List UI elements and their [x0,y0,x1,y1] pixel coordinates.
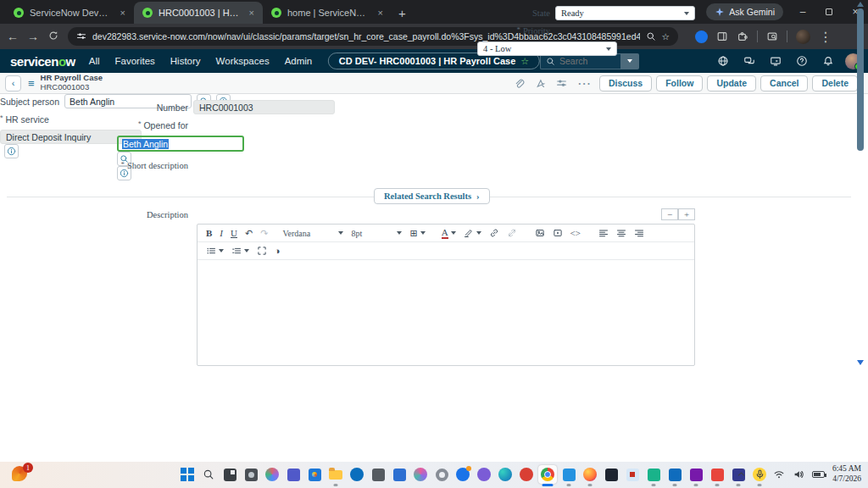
outlook-app[interactable] [665,465,684,484]
camera-app[interactable] [242,465,260,484]
settings-app[interactable] [432,465,451,484]
tab-close-icon[interactable]: × [119,8,127,18]
undo-button[interactable]: ↶ [245,228,253,239]
browser-profile-avatar[interactable] [796,30,810,44]
table-button[interactable]: ⊞ [409,228,425,239]
nav-workspaces[interactable]: Workspaces [216,56,270,66]
copilot-app[interactable] [263,465,281,484]
firefox-app[interactable] [581,465,599,484]
editor-content-area[interactable] [198,260,694,365]
reload-icon[interactable] [47,30,59,44]
italic-button[interactable]: I [220,228,223,238]
update-button[interactable]: Update [707,75,756,92]
personalize-form-icon[interactable] [556,78,567,89]
servicenow-logo[interactable]: servicenow [10,54,75,69]
battery-icon[interactable] [812,471,825,478]
text-color-button[interactable]: A [442,227,456,239]
state-select[interactable]: Ready [555,6,695,20]
wifi-icon[interactable] [773,469,785,480]
related-search-results-button[interactable]: Related Search Results › [374,188,490,204]
nav-history[interactable]: History [170,56,201,66]
page-scrollbar[interactable] [856,0,865,368]
microphone-icon[interactable] [754,469,765,480]
cancel-button[interactable]: Cancel [760,75,808,92]
pdf-app[interactable] [623,465,642,484]
tab-close-icon[interactable]: × [248,8,256,18]
personalize-cursor-icon[interactable] [535,78,546,89]
opened-for-field[interactable]: Beth Anglin [117,136,244,152]
align-right-button[interactable] [634,228,644,238]
photos-app[interactable] [305,465,324,484]
scrollbar-thumb[interactable] [857,8,864,151]
chrome-app-active[interactable] [538,465,557,484]
printer-app[interactable] [369,465,387,484]
nav-favorites[interactable]: Favorites [115,56,155,66]
window-maximize-button[interactable] [816,0,842,24]
chat-icon[interactable] [743,55,755,67]
nav-admin[interactable]: Admin [285,56,313,66]
tab-close-icon[interactable]: × [376,8,385,18]
browser-tab-2-active[interactable]: HRC0001003 | HR Payroll Case | × [134,2,263,24]
new-tab-button[interactable]: + [398,6,406,20]
dark-app[interactable] [602,465,620,484]
help-icon[interactable] [796,55,808,67]
forward-icon[interactable]: → [27,30,39,43]
font-family-select[interactable]: Verdana [282,229,343,238]
global-search-input[interactable] [559,56,610,66]
red-c-app[interactable] [708,465,726,484]
font-size-select[interactable]: 8pt [351,229,402,238]
shrink-editor-button[interactable]: − [661,208,678,220]
file-explorer-app[interactable] [326,465,345,484]
bullet-list-button[interactable] [206,246,224,256]
browser-tab-3[interactable]: home | ServiceNow University | × [263,2,392,24]
red-browser-app[interactable] [517,465,536,484]
notifications-bell-icon[interactable] [822,55,834,67]
highlight-color-button[interactable] [464,228,481,238]
extension-icon[interactable] [695,30,708,43]
extensions-puzzle-icon[interactable] [737,30,748,42]
vscode-app[interactable] [559,465,578,484]
code-view-button[interactable]: <> [570,228,581,238]
delete-button[interactable]: Delete [812,75,858,92]
volume-icon[interactable] [793,469,804,480]
task-view-button[interactable] [220,465,239,484]
description-editor[interactable]: B I U ↶ ↷ Verdana 8pt ⊞ A <> [197,224,695,366]
fullscreen-button[interactable] [257,246,267,256]
globe-icon[interactable] [717,55,729,67]
get-help-app[interactable] [453,465,472,484]
discuss-button[interactable]: Discuss [599,75,652,92]
taskbar-notification-app[interactable]: 1 [12,466,29,483]
underline-button[interactable]: U [231,228,237,238]
grow-editor-button[interactable]: + [678,208,695,220]
window-minimize-button[interactable]: – [790,0,815,24]
start-button[interactable] [178,465,197,484]
attachment-paperclip-icon[interactable] [514,78,525,89]
bold-button[interactable]: B [206,228,212,238]
camtasia-app[interactable] [644,465,663,484]
more-options-icon[interactable]: ⋯ [577,75,591,92]
form-context-menu-icon[interactable]: ≡ [28,77,34,90]
favorite-star-icon[interactable]: ☆ [520,56,529,67]
edge-app[interactable] [496,465,515,484]
align-center-button[interactable] [616,228,626,238]
hr-service-info-button[interactable] [4,144,19,158]
form-back-button[interactable]: ‹ [5,75,21,92]
back-icon[interactable]: ← [7,30,19,43]
browser-menu-icon[interactable]: ⋮ [819,29,832,45]
browser-tab-1[interactable]: ServiceNow Developers × [5,2,134,24]
redo-button[interactable]: ↷ [260,228,268,239]
scroll-up-icon[interactable] [857,2,864,7]
numbered-list-button[interactable] [231,246,249,256]
insert-link-button[interactable] [489,228,499,238]
taskbar-search-button[interactable] [199,465,218,484]
display-app[interactable] [390,465,409,484]
taskbar-clock[interactable]: 6:45 AM 4/7/2026 [832,464,861,485]
design-app[interactable] [411,465,430,484]
site-settings-icon[interactable] [76,31,86,42]
follow-button[interactable]: Follow [656,75,703,92]
insert-video-button[interactable] [553,228,563,238]
nav-all[interactable]: All [89,56,100,66]
side-panel-icon[interactable] [716,30,728,42]
scroll-down-icon[interactable] [857,360,864,365]
contrast-button[interactable]: ◑ [275,246,281,256]
